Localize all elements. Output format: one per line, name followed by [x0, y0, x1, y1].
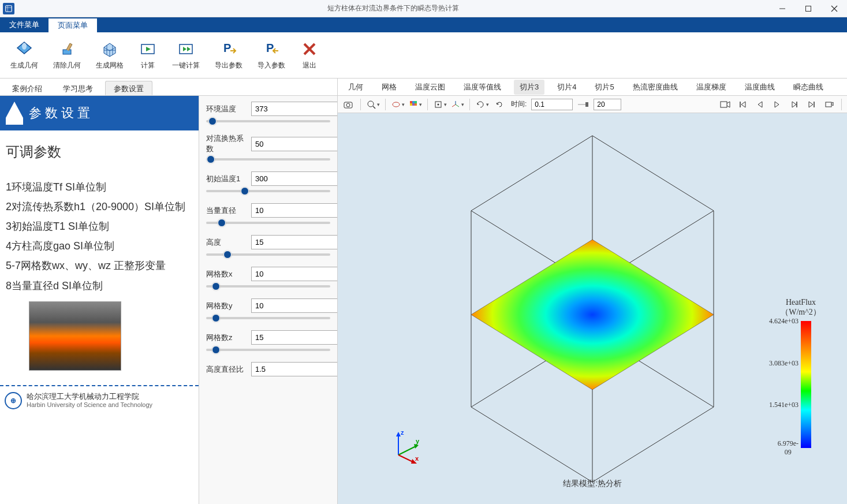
param-slider-env-temp[interactable]: [206, 120, 330, 122]
param-input-hd-ratio[interactable]: [251, 362, 337, 376]
svg-rect-22: [412, 103, 415, 106]
ribbon-create-mesh[interactable]: 生成网格: [91, 38, 128, 73]
subtab-param-setting[interactable]: 参数设置: [105, 81, 152, 95]
record-button[interactable]: [718, 98, 732, 111]
param-slider-mesh-y[interactable]: [206, 317, 330, 319]
minimize-button[interactable]: [769, 0, 795, 17]
svg-point-17: [393, 102, 400, 107]
result-tab-geom[interactable]: 几何: [342, 80, 369, 95]
camera-icon: [343, 99, 353, 110]
rotate-dropdown[interactable]: [475, 98, 489, 111]
zoom-dropdown[interactable]: [366, 98, 380, 111]
info-column: 参数设置 可调参数 1环境温度Tf SI单位制 2对流传热系数h1（20-900…: [0, 96, 199, 504]
param-input-env-temp[interactable]: [251, 102, 337, 116]
param-label-height: 高度: [206, 237, 248, 248]
param-label-conv-coef: 对流换热系数: [206, 133, 248, 154]
svg-line-16: [373, 106, 375, 109]
view-cube-dropdown[interactable]: [433, 98, 447, 111]
menu-tab-file[interactable]: 文件菜单: [0, 17, 48, 32]
result-tab-transient-curve[interactable]: 瞬态曲线: [788, 80, 829, 95]
next-frame-button[interactable]: [788, 98, 801, 111]
param-slider-conv-coef[interactable]: [206, 158, 330, 160]
svg-rect-31: [721, 102, 727, 107]
axes-dropdown[interactable]: [450, 98, 464, 111]
result-tab-slice3[interactable]: 切片3: [514, 80, 544, 95]
axes-icon: [451, 100, 460, 109]
play-button[interactable]: [770, 98, 784, 111]
window-title: 短方柱体在对流边界条件下的瞬态导热计算: [17, 3, 769, 13]
param-slider-height[interactable]: [206, 253, 330, 256]
left-panel: 案例介绍 学习思考 参数设置 参数设置 可调参数 1环境温度Tf SI单位制 2…: [0, 79, 338, 504]
param-input-mesh-x[interactable]: [251, 267, 337, 281]
result-tab-slice5[interactable]: 切片5: [589, 80, 620, 95]
import-params-icon: P: [262, 40, 281, 58]
legend-tick: 3.083e+03: [769, 359, 799, 367]
slider-icon: [577, 101, 589, 108]
create-geom-icon: [15, 40, 33, 58]
loop-button[interactable]: [822, 98, 836, 111]
last-frame-icon: [808, 100, 816, 109]
first-frame-button[interactable]: [736, 98, 749, 111]
result-tab-temp-grad[interactable]: 温度梯度: [691, 80, 732, 95]
svg-text:y: y: [416, 438, 420, 445]
param-input-mesh-z[interactable]: [251, 330, 337, 345]
frame-input[interactable]: [594, 99, 621, 110]
footer-brand: ⊕ 哈尔滨理工大学机械动力工程学院 Harbin University of S…: [0, 392, 199, 414]
svg-rect-20: [415, 101, 417, 103]
zoom-icon: [367, 100, 376, 109]
rubik-dropdown[interactable]: [408, 98, 422, 111]
refresh-button[interactable]: [492, 98, 506, 111]
maximize-button[interactable]: [795, 0, 821, 17]
param-slider-eq-diam[interactable]: [206, 222, 330, 224]
param-input-init-temp[interactable]: [251, 171, 337, 186]
ribbon-exit[interactable]: 退出: [296, 38, 323, 73]
param-input-eq-diam[interactable]: [251, 203, 337, 218]
prev-frame-icon: [756, 100, 764, 109]
ribbon-clear-geom[interactable]: 清除几何: [48, 38, 85, 73]
svg-rect-23: [415, 103, 417, 106]
ribbon-one-click[interactable]: 一键计算: [167, 38, 204, 73]
menu-tab-page[interactable]: 页面菜单: [48, 17, 97, 32]
result-tab-temp-curve[interactable]: 温度曲线: [739, 80, 781, 95]
result-tab-temp-cloud[interactable]: 温度云图: [409, 80, 451, 95]
banner-icon: [6, 102, 23, 125]
camera-button[interactable]: [341, 98, 355, 111]
info-line: 1环境温度Tf SI单位制: [6, 177, 193, 197]
close-button[interactable]: [821, 0, 847, 17]
param-slider-init-temp[interactable]: [206, 190, 330, 192]
select-dropdown[interactable]: [391, 98, 405, 111]
param-label-eq-diam: 当量直径: [206, 206, 248, 216]
rubik-icon: [409, 100, 418, 109]
param-slider-mesh-x[interactable]: [206, 285, 330, 288]
maximize-icon: [805, 5, 812, 12]
param-input-mesh-y[interactable]: [251, 298, 337, 313]
param-slider-mesh-z[interactable]: [206, 349, 330, 351]
banner-title: 参数设置: [29, 104, 94, 122]
prev-frame-button[interactable]: [753, 98, 767, 111]
svg-rect-2: [805, 6, 811, 11]
legend-unit: （W/m^2）: [766, 307, 835, 318]
slider-icon-button[interactable]: [576, 98, 590, 111]
svg-line-27: [456, 104, 459, 107]
result-tab-heatflux-curve[interactable]: 热流密度曲线: [627, 80, 684, 95]
subtab-case-intro[interactable]: 案例介绍: [3, 81, 51, 95]
scene-render: [431, 124, 754, 494]
last-frame-button[interactable]: [805, 98, 819, 111]
time-select[interactable]: [531, 99, 573, 110]
ribbon-import-params[interactable]: P 导入参数: [253, 38, 290, 73]
select-icon: [391, 100, 401, 109]
result-tab-temp-iso[interactable]: 温度等值线: [458, 80, 507, 95]
viewport-3d[interactable]: z y x HeatFlux （W/m^2） 4.624e+03 3.083e+…: [338, 113, 847, 504]
subtab-study[interactable]: 学习思考: [54, 81, 102, 95]
param-label-env-temp: 环境温度: [206, 104, 248, 114]
time-label: 时间:: [511, 99, 527, 109]
ribbon-create-geom[interactable]: 生成几何: [6, 38, 43, 73]
result-tab-slice4[interactable]: 切片4: [551, 80, 582, 95]
param-input-height[interactable]: [251, 235, 337, 249]
result-tab-mesh[interactable]: 网格: [376, 80, 402, 95]
param-input-conv-coef[interactable]: [251, 137, 337, 151]
refresh-icon: [495, 100, 504, 109]
ribbon-export-params[interactable]: P 导出参数: [210, 38, 247, 73]
ribbon-compute[interactable]: 计算: [134, 38, 162, 73]
info-heading: 可调参数: [6, 139, 193, 166]
